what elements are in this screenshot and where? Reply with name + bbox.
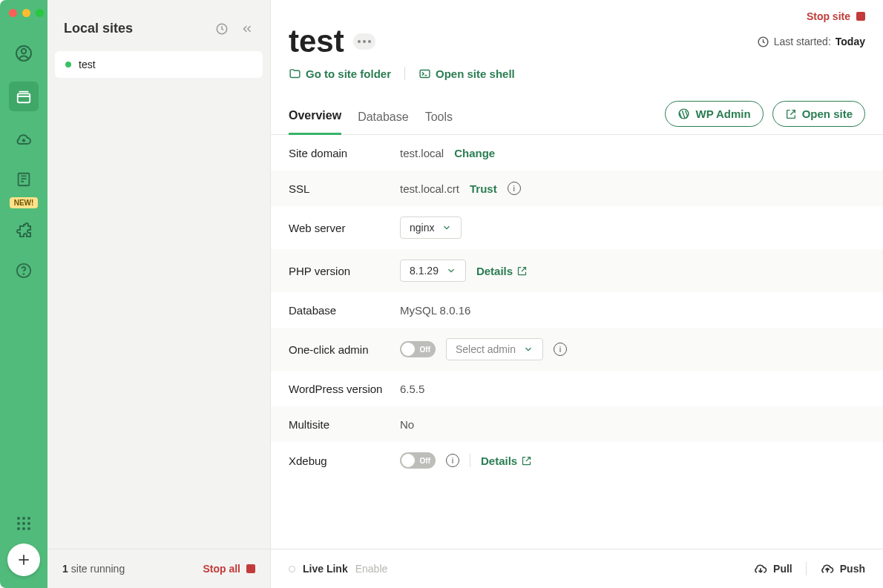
svg-rect-14	[420, 70, 430, 77]
cloud-push-icon	[820, 561, 835, 576]
live-link-status: Live Link Enable	[289, 563, 387, 575]
divider	[470, 454, 470, 467]
value-multisite: No	[400, 418, 414, 431]
stop-all-button[interactable]: Stop all	[203, 563, 255, 575]
svg-point-9	[24, 274, 24, 274]
cloud-download-icon	[15, 131, 33, 148]
external-link-icon	[521, 455, 532, 466]
row-php-version: PHP version 8.1.29 Details	[271, 249, 883, 292]
sidebar-footer: 1 site running Stop all	[47, 549, 270, 588]
label-site-domain: Site domain	[289, 147, 400, 159]
tabs-row: Overview Database Tools WP Admin Open si…	[271, 101, 883, 135]
label-multisite: Multisite	[289, 418, 400, 431]
chevrons-left-icon	[240, 22, 254, 36]
label-wp-version: WordPress version	[289, 383, 400, 395]
main-panel: Stop site test Last started: Today Go to…	[271, 0, 883, 588]
label-xdebug: Xdebug	[289, 455, 400, 467]
row-web-server: Web server nginx	[271, 206, 883, 249]
rail-help-button[interactable]	[9, 256, 39, 285]
value-database: MySQL 8.0.16	[400, 304, 470, 317]
plus-icon	[16, 552, 31, 567]
php-version-select[interactable]: 8.1.29	[400, 260, 466, 282]
divider	[806, 562, 807, 575]
minimize-window-icon[interactable]	[22, 9, 30, 17]
row-wp-version: WordPress version 6.5.5	[271, 371, 883, 406]
close-window-icon[interactable]	[9, 9, 17, 17]
web-server-select[interactable]: nginx	[400, 217, 462, 239]
maximize-window-icon[interactable]	[36, 9, 44, 17]
xdebug-details-link[interactable]: Details	[481, 455, 532, 467]
tab-tools[interactable]: Tools	[425, 110, 453, 134]
label-one-click-admin: One-click admin	[289, 343, 400, 356]
user-circle-icon	[15, 44, 33, 62]
sidebar-title: Local sites	[64, 21, 209, 36]
help-circle-icon	[16, 262, 32, 279]
change-domain-link[interactable]: Change	[454, 147, 495, 159]
label-php-version: PHP version	[289, 265, 400, 277]
one-click-admin-toggle[interactable]: Off	[400, 341, 436, 357]
one-click-info-button[interactable]: i	[554, 343, 567, 356]
rail-blueprints-button[interactable]	[9, 165, 39, 194]
value-site-domain: test.local	[400, 147, 444, 159]
puzzle-icon	[15, 222, 33, 240]
rail-apps-button[interactable]	[17, 517, 30, 530]
row-multisite: Multisite No	[271, 406, 883, 442]
main-footer: Live Link Enable Pull Push	[271, 549, 883, 588]
folder-icon	[289, 67, 301, 80]
select-admin-dropdown[interactable]: Select admin	[446, 338, 543, 360]
icon-rail: NEW!	[0, 0, 47, 588]
sidebar: Local sites test 1 site running Stop all	[47, 0, 271, 588]
new-badge: NEW!	[10, 197, 39, 208]
topbar: Stop site	[271, 0, 883, 22]
running-label: site running	[71, 563, 125, 575]
go-to-folder-link[interactable]: Go to site folder	[289, 67, 391, 80]
live-link-indicator-icon	[289, 566, 295, 572]
last-started-label: Last started: Today	[757, 36, 865, 48]
add-site-fab[interactable]	[7, 544, 40, 576]
open-site-button[interactable]: Open site	[772, 101, 865, 127]
svg-point-1	[22, 49, 26, 53]
open-shell-link[interactable]: Open site shell	[418, 67, 515, 80]
pull-button[interactable]: Pull	[753, 561, 792, 576]
cloud-pull-icon	[753, 561, 768, 576]
site-title: test	[289, 24, 344, 59]
tab-database[interactable]: Database	[358, 110, 409, 134]
xdebug-info-button[interactable]: i	[446, 454, 459, 467]
xdebug-toggle[interactable]: Off	[400, 452, 436, 469]
rail-account-button[interactable]	[9, 39, 39, 68]
site-sub-links: Go to site folder Open site shell	[289, 67, 865, 80]
trust-ssl-link[interactable]: Trust	[470, 182, 497, 195]
row-site-domain: Site domain test.local Change	[271, 135, 883, 171]
rail-addons-button[interactable]	[9, 216, 39, 245]
sort-sites-button[interactable]	[215, 22, 229, 36]
row-xdebug: Xdebug Off i Details	[271, 442, 883, 479]
row-database: Database MySQL 8.0.16	[271, 292, 883, 328]
live-link-label: Live Link	[303, 563, 348, 575]
wordpress-icon	[677, 108, 690, 120]
stop-icon	[246, 564, 255, 573]
sidebar-site-item[interactable]: test	[55, 51, 263, 78]
push-button[interactable]: Push	[820, 561, 865, 576]
enable-live-link-button[interactable]: Enable	[355, 563, 388, 575]
row-one-click-admin: One-click admin Off Select admin i	[271, 328, 883, 371]
php-details-link[interactable]: Details	[476, 265, 528, 277]
external-link-icon	[516, 265, 528, 277]
browser-stack-icon	[16, 88, 32, 105]
site-header: test Last started: Today Go to site fold…	[271, 22, 883, 80]
rail-cloud-button[interactable]	[9, 125, 39, 154]
value-ssl: test.local.crt	[400, 182, 459, 195]
value-wp-version: 6.5.5	[400, 383, 424, 395]
divider	[404, 67, 405, 80]
site-options-button[interactable]	[353, 33, 375, 50]
chevron-down-icon	[523, 344, 534, 354]
collapse-sidebar-button[interactable]	[240, 22, 254, 36]
blueprint-icon	[16, 171, 32, 188]
chevron-down-icon	[446, 265, 456, 276]
tab-overview[interactable]: Overview	[289, 109, 341, 135]
stop-site-button[interactable]: Stop site	[807, 10, 865, 22]
rail-sites-button[interactable]	[9, 82, 39, 111]
label-database: Database	[289, 304, 400, 317]
wp-admin-button[interactable]: WP Admin	[665, 101, 763, 127]
row-ssl: SSL test.local.crt Trust i	[271, 171, 883, 206]
ssl-info-button[interactable]: i	[508, 182, 521, 195]
